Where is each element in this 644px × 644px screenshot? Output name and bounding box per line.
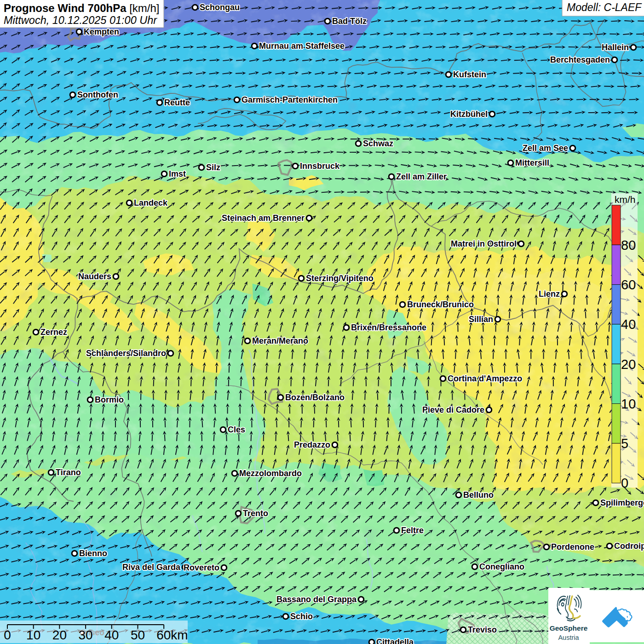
svg-text:Schlanders/Silandro: Schlanders/Silandro (86, 349, 166, 358)
svg-text:Zell am See: Zell am See (523, 144, 568, 153)
svg-text:Pordenone: Pordenone (551, 542, 594, 552)
svg-text:10: 10 (26, 628, 40, 642)
svg-text:Bienno: Bienno (79, 549, 107, 558)
svg-text:Matrei in Osttirol: Matrei in Osttirol (451, 239, 517, 248)
svg-text:Berchtesgaden: Berchtesgaden (550, 55, 610, 64)
svg-text:Mezzolombardo: Mezzolombardo (239, 469, 302, 478)
svg-text:Pieve di Cadore: Pieve di Cadore (422, 405, 484, 414)
svg-text:Prognose Wind 700hPa [km/h]: Prognose Wind 700hPa [km/h] (4, 2, 160, 14)
svg-text:60km: 60km (156, 628, 188, 642)
svg-text:Bormio: Bormio (95, 395, 124, 404)
svg-text:Landeck: Landeck (134, 198, 168, 207)
svg-text:Bassano del Grappa: Bassano del Grappa (276, 595, 357, 604)
svg-text:Kempten: Kempten (84, 27, 119, 36)
svg-text:Zernez: Zernez (40, 328, 67, 337)
svg-text:km/h: km/h (615, 194, 636, 205)
svg-text:80: 80 (621, 238, 636, 253)
svg-text:Steinach am Brenner: Steinach am Brenner (222, 213, 305, 223)
svg-text:Mittersill: Mittersill (515, 158, 549, 167)
svg-text:Schwaz: Schwaz (363, 139, 393, 148)
svg-text:Zell am Ziller: Zell am Ziller (396, 172, 447, 181)
svg-text:Bruneck/Brunico: Bruneck/Brunico (407, 300, 474, 309)
svg-text:GeoSphere: GeoSphere (550, 624, 588, 632)
svg-text:Feltre: Feltre (401, 526, 424, 535)
svg-text:Tirano: Tirano (56, 468, 81, 477)
svg-text:Sillian: Sillian (469, 315, 493, 324)
svg-text:Schongau: Schongau (200, 3, 240, 12)
svg-text:Garmisch-Partenkirchen: Garmisch-Partenkirchen (242, 95, 338, 104)
svg-text:40: 40 (104, 628, 119, 642)
svg-text:Spilimbergo: Spilimbergo (600, 498, 644, 507)
svg-text:Cittadella: Cittadella (376, 638, 414, 644)
svg-text:Belluno: Belluno (463, 490, 494, 500)
svg-text:Codroipo: Codroipo (614, 541, 644, 551)
svg-text:30: 30 (79, 628, 93, 642)
svg-text:Conegliano: Conegliano (479, 562, 524, 571)
svg-text:Meran/Merano: Meran/Merano (252, 336, 308, 345)
svg-text:10: 10 (621, 397, 636, 411)
svg-text:Lienz: Lienz (539, 289, 560, 299)
svg-text:Nauders: Nauders (78, 272, 111, 281)
svg-text:Cortina d'Ampezzo: Cortina d'Ampezzo (448, 374, 522, 383)
svg-text:Modell: C-LAEF: Modell: C-LAEF (567, 1, 642, 13)
svg-text:Imst: Imst (169, 169, 186, 178)
svg-text:20: 20 (52, 628, 67, 642)
svg-text:Predazzo: Predazzo (294, 440, 330, 449)
svg-text:Silz: Silz (206, 163, 220, 172)
svg-text:Sonthofen: Sonthofen (77, 90, 118, 99)
svg-text:Brixen/Bressanone: Brixen/Bressanone (351, 323, 426, 332)
svg-text:Reutte: Reutte (164, 98, 190, 107)
svg-text:Bad Tölz: Bad Tölz (332, 17, 367, 26)
svg-text:40: 40 (621, 317, 636, 332)
svg-text:20: 20 (621, 357, 636, 372)
svg-text:0: 0 (621, 476, 628, 490)
svg-text:Trento: Trento (243, 509, 268, 518)
svg-text:Innsbruck: Innsbruck (300, 161, 340, 171)
svg-text:Mittwoch, 10.12.2025 01:00 Uhr: Mittwoch, 10.12.2025 01:00 Uhr (4, 14, 157, 26)
svg-text:Kufstein: Kufstein (453, 70, 486, 79)
svg-text:Schio: Schio (290, 612, 313, 621)
svg-text:50: 50 (131, 628, 145, 642)
svg-text:0: 0 (4, 628, 11, 642)
svg-text:Hallein: Hallein (602, 43, 629, 52)
svg-text:Bozen/Bolzano: Bozen/Bolzano (285, 393, 345, 402)
svg-text:Murnau am Staffelsee: Murnau am Staffelsee (259, 41, 345, 51)
svg-text:Sterzing/Vipiteno: Sterzing/Vipiteno (306, 274, 374, 283)
svg-text:Austria: Austria (558, 634, 579, 641)
svg-text:Cles: Cles (228, 425, 245, 434)
svg-text:Rovereto: Rovereto (184, 563, 219, 572)
svg-text:5: 5 (621, 436, 628, 451)
svg-text:Kitzbühel: Kitzbühel (450, 109, 488, 119)
svg-text:60: 60 (621, 277, 636, 292)
svg-text:Riva del Garda: Riva del Garda (122, 563, 181, 572)
svg-text:Treviso: Treviso (468, 625, 497, 634)
